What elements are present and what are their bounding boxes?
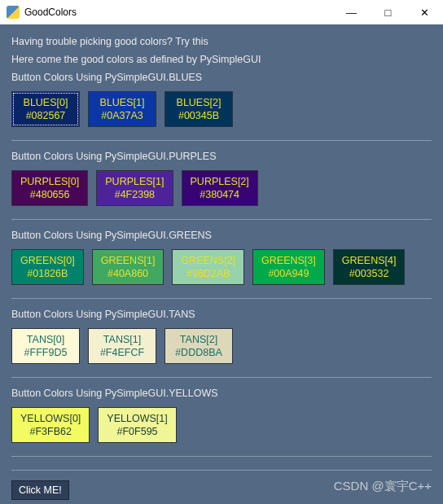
color-button[interactable]: GREENS[2]#96D2AB: [172, 249, 244, 285]
separator: [11, 377, 432, 378]
intro-line-1: Having trouble picking good colors? Try …: [11, 36, 432, 47]
color-button[interactable]: PURPLES[0]#480656: [11, 170, 88, 206]
color-button-hex: #F3FB62: [29, 425, 71, 438]
color-button-label: GREENS[3]: [261, 254, 316, 267]
color-button-label: YELLOWS[1]: [107, 412, 167, 425]
color-button-hex: #0A37A3: [101, 109, 143, 122]
intro-line-2: Here come the good colors as defined by …: [11, 54, 432, 65]
color-button[interactable]: TANS[2]#DDD8BA: [164, 328, 233, 364]
color-button-label: PURPLES[1]: [105, 175, 164, 188]
button-row: PURPLES[0]#480656PURPLES[1]#4F2398PURPLE…: [11, 170, 432, 206]
color-button[interactable]: YELLOWS[1]#F0F595: [98, 407, 176, 443]
color-button-label: GREENS[4]: [342, 254, 397, 267]
color-button-label: YELLOWS[0]: [20, 412, 81, 425]
section-title: Button Colors Using PySimpleGUI.GREENS: [11, 230, 432, 241]
color-button-hex: #F0F595: [117, 425, 158, 438]
color-button-label: TANS[0]: [27, 333, 64, 346]
color-button[interactable]: TANS[1]#F4EFCF: [88, 328, 156, 364]
color-button-label: TANS[2]: [180, 333, 217, 346]
click-me-button[interactable]: Click ME!: [11, 480, 69, 500]
python-icon: [7, 6, 20, 19]
color-button[interactable]: PURPLES[1]#4F2398: [96, 170, 173, 206]
button-row: BLUES[0]#082567BLUES[1]#0A37A3BLUES[2]#0…: [11, 91, 432, 127]
section-title: Button Colors Using PySimpleGUI.YELLOWS: [11, 388, 432, 399]
color-button-hex: #003532: [349, 267, 389, 280]
color-button-label: BLUES[2]: [177, 96, 222, 109]
section-title: Button Colors Using PySimpleGUI.BLUES: [11, 72, 432, 83]
color-button-label: GREENS[2]: [181, 254, 235, 267]
color-button[interactable]: TANS[0]#FFF9D5: [11, 328, 80, 364]
section-title: Button Colors Using PySimpleGUI.TANS: [11, 309, 432, 320]
client-area: Having trouble picking good colors? Try …: [0, 24, 443, 504]
color-button-hex: #40A860: [107, 267, 148, 280]
separator: [11, 219, 432, 220]
maximize-button[interactable]: □: [370, 0, 406, 24]
color-button[interactable]: GREENS[3]#00A949: [252, 249, 325, 285]
color-button[interactable]: BLUES[1]#0A37A3: [88, 91, 156, 127]
button-row: GREENS[0]#01826BGREENS[1]#40A860GREENS[2…: [11, 249, 432, 285]
window-title: GoodColors: [24, 7, 77, 18]
color-button-label: TANS[1]: [103, 333, 141, 346]
color-button[interactable]: GREENS[4]#003532: [333, 249, 406, 285]
color-button-label: PURPLES[2]: [191, 175, 249, 188]
color-button-hex: #F4EFCF: [100, 346, 144, 359]
section-title: Button Colors Using PySimpleGUI.PURPLES: [11, 151, 432, 162]
color-button-label: BLUES[0]: [24, 96, 68, 109]
color-button-hex: #480656: [30, 188, 70, 201]
color-button[interactable]: YELLOWS[0]#F3FB62: [11, 407, 90, 443]
separator: [11, 140, 432, 141]
color-button-hex: #00A949: [268, 267, 309, 280]
color-button-hex: #082567: [26, 109, 66, 122]
button-row: TANS[0]#FFF9D5TANS[1]#F4EFCFTANS[2]#DDD8…: [11, 328, 432, 364]
color-button-hex: #380474: [200, 188, 239, 201]
color-button-label: PURPLES[0]: [20, 175, 79, 188]
color-button-hex: #4F2398: [115, 188, 155, 201]
color-button-hex: #FFF9D5: [24, 346, 68, 359]
color-button-label: BLUES[1]: [100, 96, 145, 109]
close-button[interactable]: ✕: [406, 0, 443, 24]
color-button[interactable]: PURPLES[2]#380474: [182, 170, 258, 206]
separator: [11, 470, 432, 471]
color-button-hex: #01826B: [27, 267, 68, 280]
color-button-hex: #DDD8BA: [175, 346, 222, 359]
color-button-label: GREENS[0]: [20, 254, 75, 267]
separator: [11, 456, 432, 457]
color-button[interactable]: BLUES[0]#082567: [11, 91, 80, 127]
separator: [11, 298, 432, 299]
titlebar: GoodColors — □ ✕: [0, 0, 443, 24]
color-button-label: GREENS[1]: [101, 254, 156, 267]
color-button-hex: #96D2AB: [186, 267, 230, 280]
color-button[interactable]: GREENS[1]#40A860: [92, 249, 164, 285]
color-button[interactable]: BLUES[2]#00345B: [164, 91, 233, 127]
color-button[interactable]: GREENS[0]#01826B: [11, 249, 84, 285]
minimize-button[interactable]: —: [333, 0, 370, 24]
color-button-hex: #00345B: [178, 109, 219, 122]
button-row: YELLOWS[0]#F3FB62YELLOWS[1]#F0F595: [11, 407, 432, 443]
